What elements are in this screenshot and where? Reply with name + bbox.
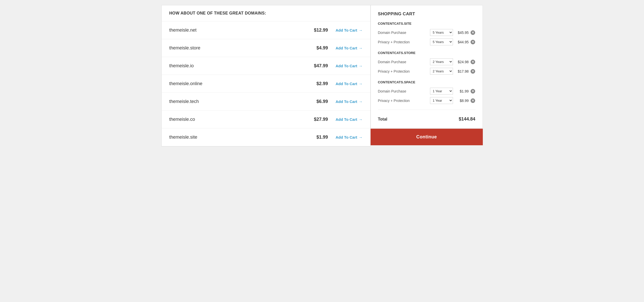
arrow-icon: → xyxy=(359,99,363,104)
remove-icon: ✕ xyxy=(471,89,475,94)
cart-box: SHOPPING CART CONTENTCATS.SITE Domain Pu… xyxy=(371,5,483,128)
cart-panel: SHOPPING CART CONTENTCATS.SITE Domain Pu… xyxy=(371,5,483,147)
cart-total-row: Total $144.84 xyxy=(378,114,475,122)
domain-row: themeisle.co $27.99 Add To Cart → xyxy=(162,111,370,128)
cart-header: SHOPPING CART xyxy=(378,11,475,17)
domain-row: themeisle.site $1.99 Add To Cart → xyxy=(162,128,370,146)
add-to-cart-button[interactable]: Add To Cart → xyxy=(336,99,363,104)
cart-domain-section: CONTENTCATS.SPACE Domain Purchase 1 Year… xyxy=(378,80,475,104)
remove-icon: ✕ xyxy=(471,40,475,44)
add-to-cart-button[interactable]: Add To Cart → xyxy=(336,82,363,86)
add-to-cart-button[interactable]: Add To Cart → xyxy=(336,135,363,139)
remove-item-button[interactable]: ✕ xyxy=(470,89,475,94)
cart-item-label: Privacy + Protection xyxy=(378,69,430,73)
cart-item-row: Domain Purchase 1 Year 1 Year 2 Years 3 … xyxy=(378,88,475,95)
remove-item-button[interactable]: ✕ xyxy=(470,98,475,103)
domain-name: themeisle.online xyxy=(169,81,308,86)
cart-item-label: Privacy + Protection xyxy=(378,40,430,44)
arrow-icon: → xyxy=(359,117,363,122)
cart-item-label: Domain Purchase xyxy=(378,60,430,64)
arrow-icon: → xyxy=(359,46,363,50)
cart-item-row: Privacy + Protection 1 Year 1 Year 2 Yea… xyxy=(378,97,475,104)
remove-icon: ✕ xyxy=(471,60,475,64)
duration-select[interactable]: 1 Year 1 Year 2 Years 3 Years 5 Years xyxy=(430,97,453,104)
remove-item-button[interactable]: ✕ xyxy=(470,40,475,45)
main-container: HOW ABOUT ONE OF THESE GREAT DOMAINS: th… xyxy=(161,5,483,147)
remove-icon: ✕ xyxy=(471,30,475,35)
duration-select[interactable]: 2 Years 1 Year 2 Years 3 Years 5 Years xyxy=(430,68,453,75)
domain-price: $4.99 xyxy=(308,45,328,51)
arrow-icon: → xyxy=(359,28,363,32)
duration-select[interactable]: 2 Years 1 Year 2 Years 3 Years 5 Years xyxy=(430,58,453,65)
domain-name: themeisle.tech xyxy=(169,99,308,104)
cart-item-label: Privacy + Protection xyxy=(378,99,430,103)
cart-item-price: $45.95 xyxy=(456,31,469,35)
add-to-cart-button[interactable]: Add To Cart → xyxy=(336,117,363,122)
domain-row: themeisle.online $2.99 Add To Cart → xyxy=(162,75,370,93)
cart-domain-section: CONTENTCATS.STORE Domain Purchase 2 Year… xyxy=(378,51,475,75)
duration-select[interactable]: 5 Years 1 Year 2 Years 3 Years 5 Years xyxy=(430,29,453,36)
domains-list: themeisle.net $12.99 Add To Cart → theme… xyxy=(162,21,370,146)
domains-header-title: HOW ABOUT ONE OF THESE GREAT DOMAINS: xyxy=(169,11,363,16)
domain-row: themeisle.tech $6.99 Add To Cart → xyxy=(162,93,370,111)
cart-item-price: $24.98 xyxy=(456,60,469,64)
cart-divider xyxy=(378,110,475,110)
remove-item-button[interactable]: ✕ xyxy=(470,30,475,35)
cart-item-row: Domain Purchase 2 Years 1 Year 2 Years 3… xyxy=(378,58,475,65)
cart-item-price: $8.99 xyxy=(456,99,469,103)
arrow-icon: → xyxy=(359,64,363,68)
domain-price: $12.99 xyxy=(308,28,328,33)
duration-select[interactable]: 1 Year 1 Year 2 Years 3 Years 5 Years xyxy=(430,88,453,95)
cart-item-price: $17.98 xyxy=(456,69,469,73)
duration-select[interactable]: 5 Years 1 Year 2 Years 3 Years 5 Years xyxy=(430,38,453,45)
domain-price: $1.99 xyxy=(308,135,328,140)
domain-row: themeisle.io $47.99 Add To Cart → xyxy=(162,57,370,75)
domain-price: $2.99 xyxy=(308,81,328,86)
add-to-cart-button[interactable]: Add To Cart → xyxy=(336,28,363,32)
remove-icon: ✕ xyxy=(471,69,475,74)
cart-item-label: Domain Purchase xyxy=(378,31,430,35)
cart-sections: CONTENTCATS.SITE Domain Purchase 5 Years… xyxy=(378,22,475,104)
cart-total-label: Total xyxy=(378,117,387,122)
cart-total-amount: $144.84 xyxy=(459,116,475,122)
cart-item-row: Privacy + Protection 5 Years 1 Year 2 Ye… xyxy=(378,38,475,45)
arrow-icon: → xyxy=(359,135,363,139)
domain-name: themeisle.net xyxy=(169,28,308,33)
continue-button[interactable]: Continue xyxy=(371,129,483,145)
cart-item-price: $44.95 xyxy=(456,40,469,44)
cart-domain-section: CONTENTCATS.SITE Domain Purchase 5 Years… xyxy=(378,22,475,45)
remove-icon: ✕ xyxy=(471,98,475,103)
add-to-cart-button[interactable]: Add To Cart → xyxy=(336,46,363,50)
domain-name: themeisle.io xyxy=(169,63,308,69)
domain-row: themeisle.store $4.99 Add To Cart → xyxy=(162,39,370,57)
domains-panel: HOW ABOUT ONE OF THESE GREAT DOMAINS: th… xyxy=(161,5,371,147)
arrow-icon: → xyxy=(359,82,363,86)
domain-price: $47.99 xyxy=(308,63,328,69)
domain-name: themeisle.co xyxy=(169,117,308,122)
domain-name: themeisle.site xyxy=(169,135,308,140)
domain-row: themeisle.net $12.99 Add To Cart → xyxy=(162,21,370,39)
domains-header: HOW ABOUT ONE OF THESE GREAT DOMAINS: xyxy=(162,5,370,21)
cart-domain-title: CONTENTCATS.SITE xyxy=(378,22,475,25)
remove-item-button[interactable]: ✕ xyxy=(470,59,475,64)
add-to-cart-button[interactable]: Add To Cart → xyxy=(336,64,363,68)
cart-item-row: Domain Purchase 5 Years 1 Year 2 Years 3… xyxy=(378,29,475,36)
remove-item-button[interactable]: ✕ xyxy=(470,69,475,74)
cart-domain-title: CONTENTCATS.SPACE xyxy=(378,80,475,84)
cart-domain-title: CONTENTCATS.STORE xyxy=(378,51,475,55)
domain-price: $27.99 xyxy=(308,117,328,122)
cart-item-row: Privacy + Protection 2 Years 1 Year 2 Ye… xyxy=(378,68,475,75)
cart-item-label: Domain Purchase xyxy=(378,89,430,93)
domain-price: $6.99 xyxy=(308,99,328,104)
cart-item-price: $1.99 xyxy=(456,89,469,93)
domain-name: themeisle.store xyxy=(169,45,308,51)
